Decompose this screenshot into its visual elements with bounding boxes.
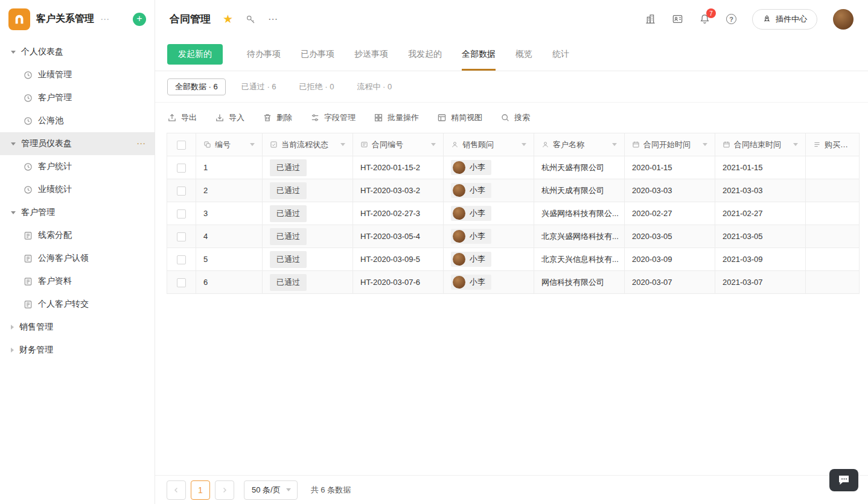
- tab-overview[interactable]: 概览: [515, 38, 532, 71]
- batch-ops-label: 批量操作: [388, 112, 419, 123]
- search-button[interactable]: 搜索: [500, 112, 530, 123]
- select-all-checkbox[interactable]: [177, 141, 186, 150]
- table-row[interactable]: 6 已通过 HT-2020-03-07-6 小李 网信科技有限公司 2020-0…: [167, 271, 860, 294]
- sidebar-item-performance-mgmt[interactable]: 业绩管理: [0, 63, 155, 86]
- row-checkbox[interactable]: [177, 232, 186, 241]
- column-header[interactable]: 合同开始时间: [643, 139, 691, 150]
- batch-ops-button[interactable]: 批量操作: [374, 112, 419, 123]
- tab-done[interactable]: 已办事项: [301, 38, 334, 71]
- tab-pending[interactable]: 待办事项: [247, 38, 281, 71]
- member-icon: [451, 141, 459, 148]
- table-row[interactable]: 5 已通过 HT-2020-03-09-5 小李 北京天兴信息科技有... 20…: [167, 248, 860, 271]
- export-button[interactable]: 导出: [167, 112, 197, 123]
- main-content: 合同管理 ★ ⋯ 7 ? 插件中心 发起新的: [155, 0, 868, 504]
- sidebar-item-customer-transfer[interactable]: 个人客户转交: [0, 293, 155, 316]
- pagination-bar: 1 50 条/页 共 6 条数据: [155, 475, 868, 504]
- user-avatar[interactable]: [833, 9, 854, 30]
- sidebar-group-personal-dashboard[interactable]: 个人仪表盘: [0, 40, 155, 63]
- filter-all-data[interactable]: 全部数据 · 6: [167, 78, 226, 95]
- sidebar-item-customer-mgmt-dash[interactable]: 客户管理: [0, 86, 155, 109]
- column-header[interactable]: 当前流程状态: [281, 139, 328, 150]
- consultant-name: 小李: [470, 254, 485, 264]
- column-header[interactable]: 合同结束时间: [734, 139, 781, 150]
- help-icon[interactable]: ?: [726, 14, 736, 24]
- group-more-icon[interactable]: ⋯: [136, 138, 146, 149]
- filter-caret-icon[interactable]: [793, 143, 798, 146]
- row-checkbox[interactable]: [177, 255, 186, 264]
- table-row[interactable]: 4 已通过 HT-2020-03-05-4 小李 北京兴盛网络科技有... 20…: [167, 225, 860, 248]
- table-view-icon: [437, 113, 447, 123]
- sidebar-item-performance-stats[interactable]: 业绩统计: [0, 178, 155, 201]
- create-new-button[interactable]: 发起新的: [167, 44, 223, 65]
- page-more-icon[interactable]: ⋯: [268, 13, 278, 25]
- tab-initiated-by-me[interactable]: 我发起的: [408, 38, 442, 71]
- prev-page-button[interactable]: [167, 480, 186, 500]
- dashboard-icon: [24, 94, 33, 103]
- column-header[interactable]: 购买内容: [825, 139, 852, 150]
- row-checkbox[interactable]: [177, 209, 186, 219]
- org-structure-icon[interactable]: [645, 13, 656, 25]
- import-icon: [215, 113, 225, 123]
- table-row[interactable]: 2 已通过 HT-2020-03-03-2 小李 杭州天成有限公司 2020-0…: [167, 179, 860, 202]
- field-manage-button[interactable]: 字段管理: [310, 112, 356, 123]
- filter-in-progress[interactable]: 流程中 · 0: [349, 78, 399, 95]
- tab-statistics[interactable]: 统计: [552, 38, 569, 71]
- consultant-avatar: [453, 161, 465, 174]
- row-checkbox[interactable]: [177, 187, 186, 196]
- contacts-icon[interactable]: [672, 13, 683, 25]
- page-size-select[interactable]: 50 条/页: [244, 480, 298, 500]
- column-header[interactable]: 销售顾问: [462, 139, 494, 150]
- favorite-star-icon[interactable]: ★: [223, 13, 233, 25]
- filter-caret-icon[interactable]: [612, 143, 617, 146]
- sidebar-item-customer-stats[interactable]: 客户统计: [0, 155, 155, 178]
- sidebar-group-admin-dashboard[interactable]: 管理员仪表盘 ⋯: [0, 132, 155, 155]
- column-header[interactable]: 客户名称: [553, 139, 584, 150]
- table-row[interactable]: 1 已通过 HT-2020-01-15-2 小李 杭州天盛有限公司 2020-0…: [167, 156, 860, 179]
- chat-fab-button[interactable]: [829, 469, 858, 491]
- workspace-more-icon[interactable]: ⋯: [100, 14, 109, 25]
- consultant-name: 小李: [470, 276, 485, 287]
- sidebar-item-public-claim[interactable]: 公海客户认领: [0, 247, 155, 270]
- status-badge: 已通过: [270, 274, 307, 291]
- sidebar-tree: 个人仪表盘 业绩管理 客户管理 公海池 管理员仪表盘 ⋯ 客户统计: [0, 38, 155, 362]
- tab-all-data[interactable]: 全部数据: [462, 38, 496, 71]
- filter-caret-icon[interactable]: [431, 143, 436, 146]
- import-button[interactable]: 导入: [215, 112, 244, 123]
- table-row[interactable]: 3 已通过 HT-2020-02-27-3 小李 兴盛网络科技有限公... 20…: [167, 202, 860, 225]
- calendar-icon: [723, 141, 730, 148]
- column-header[interactable]: 合同编号: [372, 139, 403, 150]
- next-page-button[interactable]: [215, 480, 234, 500]
- cell-no: 6: [203, 278, 208, 287]
- cell-customer: 杭州天成有限公司: [541, 186, 604, 195]
- sidebar-item-lead-assign[interactable]: 线索分配: [0, 224, 155, 247]
- add-button[interactable]: +: [133, 13, 146, 26]
- filter-approved[interactable]: 已通过 · 6: [234, 78, 284, 95]
- row-checkbox[interactable]: [177, 164, 186, 173]
- sidebar-group-sales-mgmt[interactable]: 销售管理: [0, 316, 155, 339]
- permission-key-icon[interactable]: [245, 14, 256, 25]
- column-header[interactable]: 编号: [215, 139, 231, 150]
- row-checkbox[interactable]: [177, 278, 186, 287]
- status-badge: 已通过: [270, 251, 307, 268]
- delete-button[interactable]: 删除: [263, 112, 292, 123]
- sidebar-group-customer-mgmt[interactable]: 客户管理: [0, 201, 155, 224]
- dashboard-icon: [24, 185, 33, 194]
- cell-start-date: 2020-03-09: [632, 255, 672, 264]
- filter-rejected[interactable]: 已拒绝 · 0: [292, 78, 342, 95]
- compact-view-button[interactable]: 精简视图: [437, 112, 482, 123]
- calendar-icon: [632, 141, 640, 148]
- filter-caret-icon[interactable]: [250, 143, 255, 146]
- sidebar-group-finance-mgmt[interactable]: 财务管理: [0, 339, 155, 362]
- plugin-center-button[interactable]: 插件中心: [752, 9, 817, 30]
- dashboard-icon: [24, 116, 33, 126]
- filter-caret-icon[interactable]: [703, 143, 707, 146]
- notification-bell-icon[interactable]: 7: [699, 13, 710, 25]
- cell-contract-no: HT-2020-01-15-2: [360, 163, 420, 172]
- sidebar-item-customer-data[interactable]: 客户资料: [0, 270, 155, 293]
- filter-caret-icon[interactable]: [522, 143, 526, 146]
- filter-caret-icon[interactable]: [340, 143, 345, 146]
- page-number-button[interactable]: 1: [191, 480, 210, 500]
- sidebar-item-public-pool[interactable]: 公海池: [0, 109, 155, 132]
- sidebar-header: 客户关系管理 ⋯ +: [0, 0, 155, 38]
- tab-cc[interactable]: 抄送事项: [354, 38, 388, 71]
